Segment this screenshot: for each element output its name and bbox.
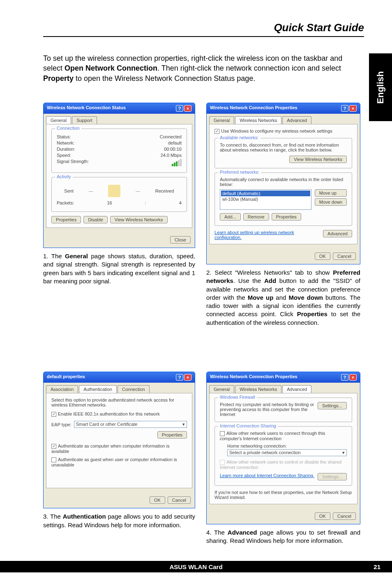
- close-icon[interactable]: ×: [349, 374, 357, 381]
- list-item[interactable]: default (Automatic): [221, 191, 310, 196]
- chevron-down-icon: ▾: [342, 450, 345, 455]
- help-icon[interactable]: ?: [176, 374, 183, 381]
- close-button[interactable]: Close: [170, 236, 191, 243]
- c2t1: . Use the: [233, 277, 264, 284]
- grp-avail-title: Available networks:: [218, 135, 261, 140]
- dlg4-title: Wireless Network Connection Properties: [210, 374, 297, 381]
- pref-text: Automatically connect to available netwo…: [220, 177, 347, 187]
- close-icon[interactable]: ×: [184, 105, 191, 112]
- intro-t3: to open the Wireless Network Connection …: [74, 74, 255, 83]
- ok-button[interactable]: OK: [150, 496, 165, 504]
- dlg2-title: Wireless Network Connection Properties: [210, 105, 297, 112]
- auth-desc: Select this option to provide authentica…: [51, 397, 187, 407]
- list-item[interactable]: wl-100w (Manual): [221, 196, 310, 202]
- cancel-button[interactable]: Cancel: [168, 496, 191, 504]
- preferred-list[interactable]: default (Automatic) wl-100w (Manual): [220, 189, 311, 210]
- move-up-button[interactable]: Move up: [315, 189, 347, 197]
- header-rule: [43, 36, 364, 37]
- c2b4: Move down: [288, 294, 323, 301]
- tab-general[interactable]: General: [209, 116, 234, 124]
- status-label: Status:: [57, 134, 71, 139]
- move-down-button[interactable]: Move down: [315, 198, 347, 206]
- ics-home-select[interactable]: Select a private network connection▾: [227, 449, 347, 456]
- close-icon[interactable]: ×: [184, 374, 191, 381]
- tab-support[interactable]: Support: [72, 116, 97, 124]
- tabs-4: General Wireless Networks Advanced: [209, 385, 357, 393]
- c2n: 2. Select "Wireless Networks" tab to sho…: [206, 269, 333, 276]
- sent-label: Sent: [64, 188, 74, 193]
- col-right-top: Wireless Network Connection Properties ?…: [206, 103, 360, 327]
- col-left-top: Wireless Network Connection Status ? × G…: [43, 103, 195, 285]
- speed-label: Speed:: [57, 153, 71, 158]
- titlebar-4: Wireless Network Connection Properties ?…: [207, 372, 360, 383]
- wiz-txt: If you're not sure how to set these prop…: [214, 490, 352, 500]
- auth-guest-label: Authenticate as guest when user or compu…: [51, 457, 177, 467]
- dlg1-body: Connection Status:Connected Network:defa…: [46, 124, 192, 228]
- ok-button[interactable]: OK: [315, 253, 330, 260]
- tab-wireless-networks[interactable]: Wireless Networks: [235, 385, 281, 393]
- auth-computer-checkbox[interactable]: ✓: [51, 444, 56, 449]
- tab-advanced[interactable]: Advanced: [282, 116, 311, 124]
- disable-button[interactable]: Disable: [83, 216, 108, 223]
- tab-general[interactable]: General: [209, 385, 234, 393]
- properties-button[interactable]: Properties: [157, 431, 187, 439]
- auth-guest-checkbox[interactable]: [51, 457, 56, 462]
- view-networks-button[interactable]: View Wireless Networks: [110, 216, 168, 223]
- titlebar-2: Wireless Network Connection Properties ?…: [207, 103, 360, 114]
- tb-btns-4: ?×: [341, 374, 357, 381]
- ics-allow-checkbox[interactable]: [220, 431, 225, 436]
- ics-home-label: Home networking connection:: [227, 443, 347, 448]
- computers-icon: [108, 185, 120, 197]
- cancel-button[interactable]: Cancel: [333, 512, 356, 520]
- caption-1: 1. The General page shows status, durati…: [43, 252, 195, 285]
- tb-btns-3: ?×: [176, 374, 191, 381]
- language-label: English: [375, 71, 386, 103]
- settings-button[interactable]: Settings...: [318, 402, 347, 409]
- remove-button[interactable]: Remove: [243, 213, 269, 220]
- ok-button[interactable]: OK: [315, 512, 330, 520]
- tab-general[interactable]: General: [46, 116, 71, 124]
- tabs-2: General Wireless Networks Advanced: [209, 116, 357, 124]
- packets-label: Packets:: [57, 200, 74, 205]
- tb-btns-2: ?×: [341, 105, 357, 112]
- wizard-text: If you're not sure how to set these prop…: [214, 490, 352, 500]
- tab-authentication[interactable]: Authentication: [79, 385, 117, 393]
- col-right-bottom: Wireless Network Connection Properties ?…: [206, 372, 360, 545]
- grp-available: Available networks: To connect to, disco…: [214, 138, 352, 168]
- properties-button[interactable]: Properties: [51, 216, 81, 223]
- cancel-button[interactable]: Cancel: [333, 253, 356, 260]
- close-icon[interactable]: ×: [349, 105, 357, 112]
- titlebar-buttons: ? ×: [176, 105, 191, 112]
- intro-t2: . Then right-click the network connectio…: [157, 64, 341, 72]
- intro-paragraph: To set up the wireless connection proper…: [43, 53, 360, 83]
- tab-association[interactable]: Association: [46, 385, 78, 393]
- add-button[interactable]: Add...: [220, 213, 241, 220]
- tab-advanced[interactable]: Advanced: [282, 385, 311, 393]
- dlg3-body: Select this option to provide authentica…: [46, 393, 192, 488]
- ics-learn-link[interactable]: Learn more about Internet Connection Sha…: [220, 473, 314, 478]
- advanced-button[interactable]: Advanced: [323, 230, 352, 237]
- eap-select[interactable]: Smart Card or other Certificate▾: [74, 421, 187, 428]
- dialog-status: Wireless Network Connection Status ? × G…: [43, 103, 195, 248]
- view-wireless-button[interactable]: View Wireless Networks: [289, 156, 347, 163]
- properties-button[interactable]: Properties: [272, 213, 301, 220]
- tab-wireless-networks[interactable]: Wireless Networks: [235, 116, 281, 124]
- c2b2: Add: [264, 277, 276, 284]
- status-value: Connected: [160, 134, 182, 139]
- packets-recv: 4: [179, 200, 182, 205]
- help-icon[interactable]: ?: [176, 105, 183, 112]
- enable-8021x-label: Enable IEEE 802.1x authentication for th…: [58, 411, 160, 416]
- learn-link[interactable]: Learn about setting up wireless network …: [214, 230, 320, 240]
- c2b3: Move up: [248, 294, 274, 301]
- enable-8021x-checkbox[interactable]: ✓: [51, 412, 56, 417]
- caption-3: 3. The Authentication page allows you to…: [43, 512, 195, 529]
- tab-connection[interactable]: Connection: [118, 385, 150, 393]
- use-windows-checkbox[interactable]: ✓: [214, 129, 219, 134]
- cap1-b1: General: [65, 253, 88, 260]
- help-icon[interactable]: ?: [341, 374, 348, 381]
- dialog-advanced: Wireless Network Connection Properties ?…: [206, 372, 360, 524]
- intro-b2: Property: [43, 74, 74, 83]
- grp-ics: Internet Connection Sharing Allow other …: [214, 426, 352, 486]
- col-left-bottom: default properties ?× Association Authen…: [43, 372, 195, 529]
- help-icon[interactable]: ?: [341, 105, 348, 112]
